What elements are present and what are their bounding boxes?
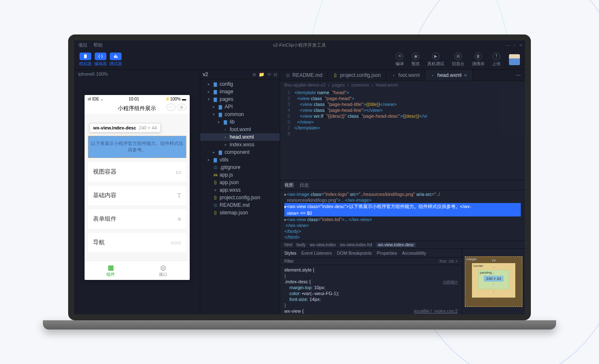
dom-node[interactable]: </html> (284, 234, 521, 240)
tab-components[interactable]: ▦组件 (85, 261, 137, 280)
styles-tab[interactable]: Properties (377, 251, 397, 256)
list-item[interactable]: 导航○○○ (88, 233, 186, 252)
mode-debugger[interactable]: 调试器 (109, 53, 122, 67)
toolbar: 模拟器 编辑器 调试器 ⟲编译 ◉预览 ▶真机调试 ⊞切后台 🗑清缓存 ⤒上传 (74, 50, 525, 70)
mode-simulator[interactable]: 模拟器 (79, 53, 92, 67)
svg-rect-3 (117, 56, 117, 58)
close-icon[interactable]: ✕ (519, 43, 522, 47)
breadcrumb-item[interactable]: pages (332, 82, 345, 87)
tree-item[interactable]: {}project.config.json (200, 194, 280, 201)
page-title: 小程序组件展示 (118, 105, 156, 111)
menu-project[interactable]: 项目 (78, 42, 87, 48)
max-icon[interactable]: □ (513, 43, 516, 47)
breadcrumb-item[interactable]: fino-applet-demo-v2 (284, 82, 326, 87)
dom-node[interactable]: </wx-view> (284, 222, 521, 228)
filter-actions[interactable]: :hov .cls + (439, 259, 458, 264)
tree-item[interactable]: ◫README.md (200, 201, 280, 209)
refresh-icon[interactable]: ⟲ (267, 72, 271, 77)
simulator-info: iphone6 100% (74, 70, 200, 78)
capsule-close[interactable]: ⊙ (177, 104, 186, 111)
preview-button[interactable]: ◉预览 (409, 53, 422, 67)
tree-item[interactable]: ▸▇utils (200, 156, 280, 164)
tree-item[interactable]: ▪foot.wxml (200, 126, 280, 133)
editor-tab[interactable]: ◫README.md (280, 70, 328, 81)
dom-crumb-item[interactable]: wx-view.index (310, 243, 336, 247)
editor-tab[interactable]: {}project.config.json (328, 70, 386, 81)
tree-item[interactable]: ▸▇API (200, 103, 280, 111)
styles-tab[interactable]: Event Listeners (302, 251, 332, 256)
dom-crumb-item[interactable]: wx-view.index-hd (340, 243, 372, 247)
status-battery: ⚡100% ▬ (165, 97, 186, 101)
upload-button[interactable]: ⤒上传 (490, 53, 503, 67)
filter-input[interactable]: Filter (284, 259, 294, 264)
remote-debug-button[interactable]: ▶真机调试 (425, 53, 447, 67)
min-icon[interactable]: — (506, 43, 510, 47)
laptop-frame: 项目 帮助 v2-FinClip小程序开发工具 — □ ✕ 模拟器 编辑器 (68, 34, 531, 330)
list-item[interactable]: 基础内容𝕋 (88, 186, 186, 205)
menu-bar: 项目 帮助 v2-FinClip小程序开发工具 — □ ✕ (74, 40, 525, 50)
mode-editor[interactable]: 编辑器 (94, 53, 107, 67)
box-model: margin 10 border - padding - 240 × 44 (462, 249, 525, 314)
dom-node[interactable]: view> == $0 (284, 210, 521, 216)
more-icon[interactable]: ⋯ (512, 70, 525, 81)
list-item[interactable]: 表单组件≡ (88, 209, 186, 229)
capsule-menu[interactable]: ⋯ (166, 104, 175, 111)
new-file-icon[interactable]: ⊕ (252, 72, 256, 77)
new-folder-icon[interactable]: 📁 (259, 72, 265, 77)
tree-item[interactable]: ▸▇component (200, 148, 280, 156)
breadcrumb-item[interactable]: common (351, 82, 369, 87)
svg-rect-2 (115, 55, 116, 58)
dom-crumb-item[interactable]: html (284, 243, 292, 247)
dom-node[interactable]: resources/kind/logo.png">…</wx-image> (284, 197, 521, 203)
tree-root[interactable]: v2 (203, 71, 208, 77)
tree-item[interactable]: ▸▇config (200, 80, 280, 88)
styles-tab[interactable]: Styles (284, 251, 297, 256)
svg-rect-0 (84, 54, 87, 58)
tree-item[interactable]: ▪head.wxml (200, 133, 280, 141)
tree-item[interactable]: ◫.gitignore (200, 164, 280, 171)
devtab-console[interactable]: 日志 (300, 182, 309, 188)
tree-item[interactable]: {}sitemap.json (200, 209, 280, 216)
dom-node[interactable]: ▸<wx-view class="index-bd">…</wx-view> (284, 216, 521, 222)
tree-item[interactable]: #index.wxss (200, 141, 280, 148)
simulator-phone[interactable]: ııl IDE ⌵ 10:01 ⚡100% ▬ 小程序组件展示 ⋯ ⊙ wx- (85, 95, 190, 280)
svg-rect-1 (114, 55, 115, 58)
devtab-elements[interactable]: 视图 (284, 182, 294, 188)
tab-api[interactable]: ◎接口 (137, 261, 190, 280)
dom-node[interactable]: ▸<wx-image class="index-logo" src="../re… (284, 191, 521, 197)
collapse-icon[interactable]: ⊟ (273, 72, 277, 77)
styles-tab[interactable]: DOM Breakpoints (337, 251, 372, 256)
editor-tab[interactable]: ▪foot.wxml (386, 70, 425, 81)
dom-crumb-item[interactable]: wx-view.index-desc (376, 243, 416, 247)
status-time: 10:01 (129, 97, 139, 101)
dom-node[interactable]: </body> (284, 228, 521, 234)
css-rules[interactable]: element.style { } <style>.index-desc { m… (280, 265, 462, 314)
menu-help[interactable]: 帮助 (93, 42, 103, 48)
compile-button[interactable]: ⟲编译 (393, 53, 406, 67)
tree-item[interactable]: ▸▇lib (200, 118, 280, 126)
minimap[interactable] (499, 88, 524, 135)
background-button[interactable]: ⊞切后台 (449, 53, 467, 67)
tree-item[interactable]: #app.wxss (200, 186, 280, 194)
dom-crumb-item[interactable]: body (297, 243, 306, 247)
breadcrumb-item[interactable]: head.wxml (376, 82, 398, 87)
highlighted-element: 以下将展示小程序官方组件能力。组件样式仅供参考。 (88, 136, 186, 158)
inspect-tooltip: wx-view.index-desc240 × 44 (90, 123, 161, 132)
status-signal: ııl IDE ⌵ (88, 97, 103, 101)
styles-tab[interactable]: Accessibility (402, 251, 426, 256)
editor-tab[interactable]: ▪head.wxml✕ (425, 70, 473, 81)
window-title: v2-FinClip小程序开发工具 (273, 42, 326, 48)
list-item[interactable]: 视图容器▭ (88, 162, 186, 182)
tree-item[interactable]: {}app.json (200, 179, 280, 186)
tree-item[interactable]: ▾▇pages (200, 95, 280, 103)
tree-item[interactable]: JSapp.js (200, 171, 280, 179)
tree-item[interactable]: ▾▇common (200, 111, 280, 118)
tree-item[interactable]: ▸▇image (200, 88, 280, 95)
dom-node[interactable]: ▸<wx-view class="index-desc">以下将展示小程序官方组… (284, 203, 521, 210)
avatar[interactable] (509, 54, 520, 65)
clear-cache-button[interactable]: 🗑清缓存 (469, 53, 487, 67)
